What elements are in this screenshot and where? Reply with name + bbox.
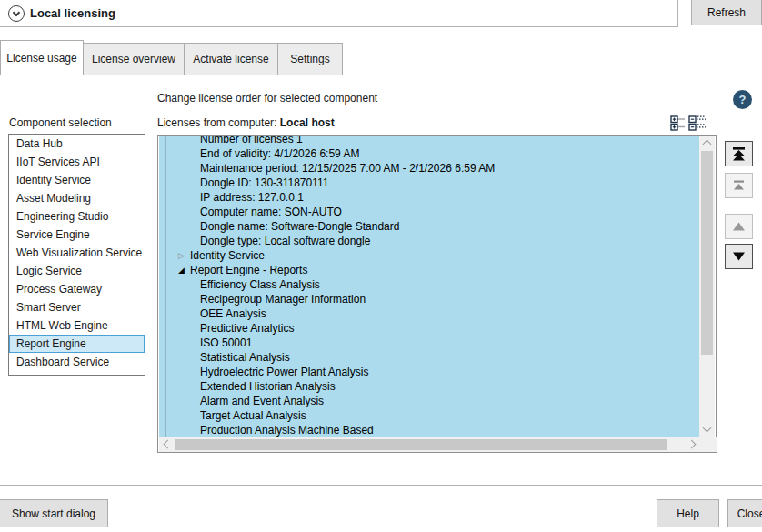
- tree-row[interactable]: OEE Analysis: [159, 306, 700, 321]
- component-list-item[interactable]: Service Engine: [9, 226, 145, 244]
- tree-row-label: Dongle ID: 130-311870111: [200, 176, 328, 189]
- tree-row-label: Computer name: SON-AUTO: [200, 206, 342, 218]
- component-listbox[interactable]: Data HubIIoT Services APIIdentity Servic…: [8, 134, 145, 376]
- component-list-item[interactable]: Asset Modeling: [9, 189, 145, 207]
- help-button[interactable]: Help: [657, 499, 719, 527]
- collapse-all-icon[interactable]: [688, 115, 707, 131]
- component-list-item[interactable]: Identity Service: [9, 171, 145, 189]
- move-down-button[interactable]: [725, 244, 753, 269]
- tree-row-label: Predictive Analytics: [200, 322, 294, 335]
- tree-row-label: Dongle type: Local software dongle: [200, 235, 370, 247]
- component-list-item[interactable]: Dashboard Service: [9, 353, 145, 371]
- tab-license-overview[interactable]: License overview: [83, 43, 185, 75]
- tree-row[interactable]: Target Actual Analysis: [159, 408, 700, 423]
- tab-settings[interactable]: Settings: [277, 43, 343, 75]
- scroll-right-icon[interactable]: [687, 440, 697, 449]
- tree-row[interactable]: IP address: 127.0.0.1: [159, 190, 700, 205]
- tree-row-label: Recipegroup Manager Information: [200, 293, 366, 306]
- move-up-button[interactable]: [725, 214, 753, 239]
- tree-row-label: ISO 50001: [200, 336, 252, 349]
- tree-row-label: Target Actual Analysis: [200, 409, 306, 422]
- component-list-item[interactable]: Web Visualization Service: [9, 244, 145, 262]
- tree-row-label: Alarm and Event Analysis: [200, 395, 324, 407]
- vertical-scrollbar[interactable]: [699, 136, 715, 437]
- tree-row[interactable]: Extended Historian Analysis: [159, 379, 700, 394]
- tree-row-label: Extended Historian Analysis: [200, 380, 336, 393]
- component-list-item[interactable]: Smart Server: [9, 298, 145, 316]
- tree-row-label: IP address: 127.0.0.1: [200, 191, 304, 204]
- show-start-dialog-button[interactable]: Show start dialog: [0, 499, 108, 527]
- tab-activate-license[interactable]: Activate license: [184, 43, 278, 75]
- component-list-item[interactable]: Engineering Studio: [9, 207, 145, 226]
- tree-row[interactable]: Recipegroup Manager Information: [159, 292, 700, 306]
- tree-row[interactable]: Dongle name: Software-Dongle Standard: [159, 219, 700, 234]
- component-selection-label: Component selection: [9, 116, 112, 129]
- tree-row[interactable]: Production Analysis Machine Based: [159, 423, 700, 437]
- tree-row[interactable]: Predictive Analytics: [159, 321, 700, 336]
- tree-row-label: Hydroelectric Power Plant Analysis: [200, 366, 368, 378]
- licenses-label-text: Licenses from computer:: [157, 116, 276, 129]
- license-tree-panel: Number of licenses 1End of validity: 4/1…: [157, 135, 717, 453]
- tree-row[interactable]: Hydroelectric Power Plant Analysis: [159, 365, 700, 379]
- tree-row[interactable]: ◢Report Engine - Reports: [159, 263, 700, 277]
- vertical-scrollbar-thumb[interactable]: [701, 151, 713, 355]
- expander-collapsed-icon[interactable]: ▷: [178, 248, 189, 263]
- tree-row-label: Number of licenses 1: [200, 136, 303, 146]
- tree-row-label: Dongle name: Software-Dongle Standard: [200, 220, 399, 233]
- scroll-down-icon[interactable]: [703, 424, 712, 433]
- local-licensing-header[interactable]: Local licensing: [0, 0, 678, 27]
- tree-row[interactable]: End of validity: 4/1/2026 6:59 AM: [159, 146, 700, 161]
- component-list-item[interactable]: Data Hub: [9, 135, 145, 153]
- horizontal-scrollbar-thumb[interactable]: [175, 439, 667, 450]
- help-icon[interactable]: ?: [733, 90, 752, 109]
- move-to-top-arrows-icon: [730, 146, 747, 162]
- tree-row-label: Identity Service: [190, 249, 265, 262]
- component-list-item[interactable]: IIoT Services API: [9, 153, 145, 171]
- horizontal-scrollbar[interactable]: [159, 437, 717, 452]
- component-list-item[interactable]: HTML Web Engine: [9, 316, 145, 335]
- expand-all-icon[interactable]: [670, 115, 686, 131]
- tree-row-label: End of validity: 4/1/2026 6:59 AM: [200, 147, 359, 160]
- tree-row-label: Report Engine - Reports: [190, 264, 307, 276]
- tree-row[interactable]: Statistical Analysis: [159, 350, 700, 365]
- tree-row[interactable]: Alarm and Event Analysis: [159, 394, 700, 408]
- refresh-button[interactable]: Refresh: [691, 0, 762, 25]
- tree-row[interactable]: Dongle type: Local software dongle: [159, 234, 700, 248]
- scroll-up-icon[interactable]: [703, 140, 712, 149]
- local-licensing-dialog: Local licensing Refresh License usage Li…: [0, 0, 762, 532]
- licenses-from-computer-label: Licenses from computer: Local host: [157, 116, 335, 129]
- tree-row-label: Statistical Analysis: [200, 351, 290, 364]
- tree-row[interactable]: ISO 50001: [159, 336, 700, 350]
- computer-name: Local host: [280, 116, 335, 129]
- expander-expanded-icon[interactable]: ◢: [178, 263, 189, 277]
- tab-license-usage[interactable]: License usage: [0, 40, 84, 75]
- tree-row[interactable]: Computer name: SON-AUTO: [159, 205, 700, 219]
- tree-row[interactable]: Efficiency Class Analysis: [159, 277, 700, 292]
- tree-row[interactable]: Dongle ID: 130-311870111: [159, 176, 700, 190]
- change-order-caption: Change license order for selected compon…: [157, 92, 377, 105]
- move-up-group-arrow-icon: [730, 179, 747, 193]
- scroll-left-icon[interactable]: [164, 440, 173, 449]
- tree-row[interactable]: Number of licenses 1: [159, 136, 700, 146]
- tree-row[interactable]: ▷Identity Service: [159, 248, 700, 263]
- tree-row[interactable]: Maintenance period: 12/15/2025 7:00 AM -…: [159, 161, 700, 176]
- tree-row-label: Production Analysis Machine Based: [200, 424, 374, 437]
- move-up-group-button[interactable]: [725, 173, 753, 198]
- chevron-down-circle-icon[interactable]: [8, 5, 25, 22]
- tree-row-label: Efficiency Class Analysis: [200, 278, 320, 291]
- component-list-item[interactable]: Report Engine: [9, 335, 145, 353]
- move-to-top-button[interactable]: [725, 141, 753, 166]
- close-button[interactable]: Close: [727, 499, 762, 527]
- tree-row-label: OEE Analysis: [200, 307, 266, 320]
- component-list-item[interactable]: Logic Service: [9, 262, 145, 280]
- component-list-item[interactable]: Process Gateway: [9, 280, 145, 298]
- footer-divider: [0, 485, 762, 486]
- move-down-arrow-icon: [730, 250, 747, 263]
- page-title: Local licensing: [30, 0, 115, 26]
- tree-row-label: Maintenance period: 12/15/2025 7:00 AM -…: [200, 162, 495, 175]
- license-tree-selection[interactable]: Number of licenses 1End of validity: 4/1…: [159, 136, 700, 437]
- license-tree-rows: Number of licenses 1End of validity: 4/1…: [159, 136, 700, 437]
- move-up-arrow-icon: [730, 220, 747, 233]
